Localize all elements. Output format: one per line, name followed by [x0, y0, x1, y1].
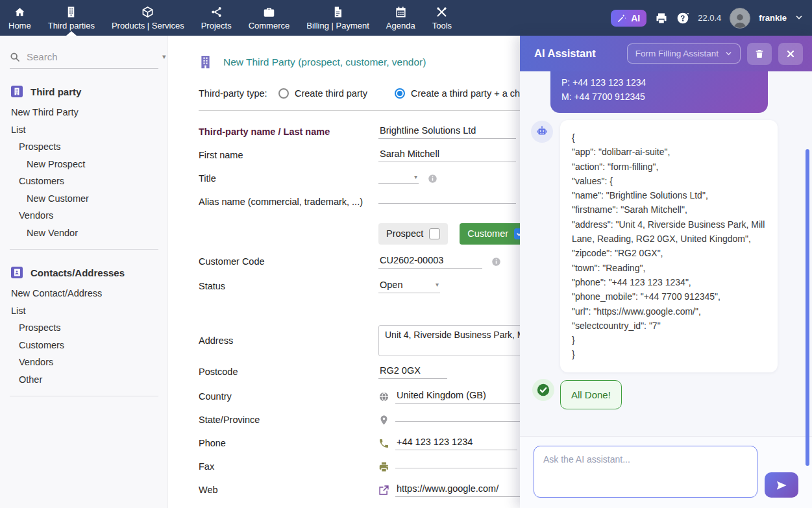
send-button[interactable]	[765, 472, 798, 498]
section-title: Contacts/Addresses	[31, 267, 125, 278]
left-sidebar: ▾ Third party New Third Party List Prosp…	[0, 36, 167, 508]
title-select[interactable]: ▾	[378, 173, 419, 184]
prospect-toggle[interactable]: Prospect	[378, 223, 448, 245]
sidebar-item-contact-customers[interactable]: Customers	[0, 337, 167, 354]
ai-badge-label: AI	[631, 13, 640, 23]
tools-icon	[436, 6, 448, 18]
chevron-down-icon	[725, 50, 732, 57]
version-label: 22.0.4	[698, 13, 721, 23]
field-label-customer-code: Customer Code	[199, 256, 378, 267]
user-message-bubble: P: +44 123 123 1234 M: +44 7700 912345	[550, 71, 768, 113]
search-input[interactable]	[27, 51, 156, 62]
nav-item-home[interactable]: Home	[0, 0, 40, 36]
sidebar-item-customers[interactable]: Customers	[0, 173, 167, 190]
clear-chat-button[interactable]	[747, 43, 772, 65]
nav-item-products-services[interactable]: Products | Services	[103, 0, 193, 36]
robot-icon	[535, 125, 548, 138]
map-marker-icon	[378, 415, 389, 426]
firstname-input[interactable]: Sarah Mitchell	[378, 149, 516, 162]
sidebar-item-contact-other[interactable]: Other	[0, 371, 167, 389]
nav-item-label: Products | Services	[112, 21, 184, 30]
ai-prompt-input[interactable]	[534, 446, 757, 498]
print-icon[interactable]	[655, 12, 668, 25]
radio-create-third-party-child[interactable]: Create a third party + a child c	[395, 88, 537, 99]
field-label-firstname: First name	[199, 150, 378, 160]
sidebar-item-new-prospect[interactable]: New Prospect	[0, 156, 167, 173]
check-circle-icon	[536, 383, 550, 397]
cube-icon	[141, 6, 154, 18]
sidebar-item-vendors[interactable]: Vendors	[0, 207, 167, 224]
prospect-label: Prospect	[386, 228, 423, 239]
caret-down-icon: ▾	[405, 173, 417, 180]
ai-suite-badge[interactable]: AI	[611, 10, 646, 27]
sidebar-item-new-vendor[interactable]: New Vendor	[0, 224, 167, 242]
close-panel-button[interactable]	[778, 43, 803, 65]
info-icon	[491, 257, 501, 267]
customer-code-input[interactable]: CU2602-00003	[378, 255, 482, 269]
help-icon[interactable]	[676, 12, 689, 25]
field-label-status: Status	[199, 281, 378, 291]
assistant-message-card: { "app": "dolibarr-ai-suite", "action": …	[560, 120, 778, 372]
building-icon	[65, 6, 77, 18]
nav-item-billing-payment[interactable]: Billing | Payment	[298, 0, 378, 36]
sidebar-item-contact-vendors[interactable]: Vendors	[0, 354, 167, 371]
user-message-line: P: +44 123 123 1234	[561, 75, 757, 90]
page-title: New Third Party (prospect, customer, ven…	[223, 56, 426, 68]
nav-item-tools[interactable]: Tools	[424, 0, 460, 36]
status-select[interactable]: Open▾	[378, 280, 440, 293]
calendar-icon	[395, 6, 407, 18]
sidebar-item-contact-list[interactable]: List	[0, 302, 167, 320]
nav-item-projects[interactable]: Projects	[193, 0, 240, 36]
user-menu-chevron[interactable]	[795, 12, 803, 24]
sidebar-item-new-contact[interactable]: New Contact/Address	[0, 285, 167, 302]
active-tab-caret	[66, 31, 77, 36]
nav-item-commerce[interactable]: Commerce	[240, 0, 299, 36]
sidebar-divider	[10, 396, 158, 396]
nav-item-third-parties[interactable]: Third parties	[40, 0, 103, 36]
prospect-checkbox[interactable]	[429, 228, 440, 239]
user-avatar[interactable]	[730, 8, 750, 29]
close-icon	[785, 49, 796, 59]
field-label-alias: Alias name (commercial, trademark, ...)	[199, 197, 378, 207]
sidebar-item-prospects[interactable]: Prospects	[0, 138, 167, 156]
assistant-mode-select[interactable]: Form Filling Assistant	[627, 43, 741, 64]
nav-items: Home Third parties Products | Services P…	[0, 0, 460, 36]
sidebar-item-list[interactable]: List	[0, 121, 167, 139]
user-message-line: M: +44 7700 912345	[561, 90, 757, 104]
nav-item-label: Home	[8, 21, 31, 30]
name-input[interactable]: Brightline Solutions Ltd	[378, 125, 516, 139]
info-icon	[428, 174, 437, 184]
radio-label: Create a third party + a child c	[411, 88, 537, 99]
field-label-country: Country	[199, 391, 378, 402]
nav-item-agenda[interactable]: Agenda	[378, 0, 424, 36]
radio-icon-selected	[395, 88, 405, 99]
building-icon	[11, 86, 23, 97]
search-dropdown-caret[interactable]: ▾	[162, 53, 166, 61]
postcode-input[interactable]: RG2 0GX	[378, 365, 447, 379]
phone-input[interactable]: +44 123 123 1234	[395, 437, 517, 450]
ai-chat-area[interactable]: P: +44 123 123 1234 M: +44 7700 912345 {…	[520, 71, 812, 436]
sidebar-item-new-customer[interactable]: New Customer	[0, 190, 167, 208]
person-icon	[732, 11, 748, 28]
nav-item-label: Agenda	[386, 21, 415, 30]
alias-input[interactable]	[378, 200, 516, 204]
radio-label: Create third party	[295, 88, 367, 99]
done-avatar	[532, 379, 554, 401]
sitemap-icon	[210, 6, 223, 18]
sidebar-item-contact-prospects[interactable]: Prospects	[0, 319, 167, 337]
username-label[interactable]: frankie	[759, 13, 787, 23]
sidebar-item-new-third-party[interactable]: New Third Party	[0, 104, 167, 121]
globe-icon	[378, 391, 389, 402]
radio-create-third-party[interactable]: Create third party	[278, 88, 367, 99]
nav-item-label: Billing | Payment	[306, 21, 369, 30]
magic-wand-icon	[617, 13, 627, 23]
panel-scrollbar-thumb[interactable]	[806, 149, 809, 466]
field-label-postcode: Postcode	[199, 367, 378, 377]
ai-panel-header: AI Assistant Form Filling Assistant	[520, 36, 812, 71]
briefcase-icon	[263, 6, 275, 18]
nav-item-label: Third parties	[48, 21, 95, 30]
caret-down-icon: ▾	[426, 281, 439, 288]
fax-input[interactable]	[395, 465, 517, 468]
field-label-web: Web	[199, 485, 378, 495]
ai-input-area	[520, 436, 812, 508]
